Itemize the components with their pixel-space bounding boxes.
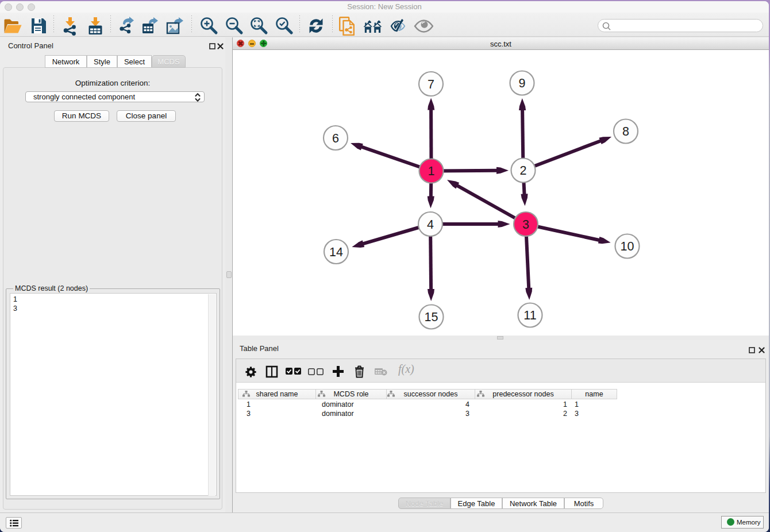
svg-text:7: 7 bbox=[428, 78, 434, 91]
svg-text:1: 1 bbox=[428, 164, 435, 178]
svg-text:4: 4 bbox=[427, 218, 434, 232]
svg-text:11: 11 bbox=[523, 309, 536, 322]
svg-text:6: 6 bbox=[332, 132, 339, 145]
svg-text:10: 10 bbox=[621, 240, 634, 253]
svg-text:8: 8 bbox=[622, 125, 629, 138]
svg-text:14: 14 bbox=[329, 245, 343, 259]
svg-text:15: 15 bbox=[425, 310, 438, 324]
svg-text:2: 2 bbox=[520, 164, 527, 178]
svg-text:3: 3 bbox=[522, 218, 529, 232]
svg-text:9: 9 bbox=[519, 76, 526, 90]
